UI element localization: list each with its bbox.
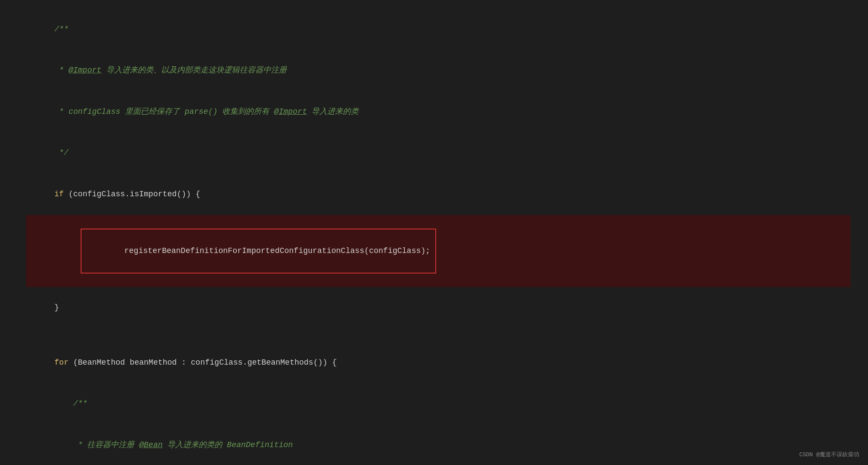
line-inner-comment-1: * 往容器中注册 @Bean 导入进来的类的 BeanDefinition [26, 424, 851, 465]
annotation-tag: @Import [274, 107, 307, 116]
watermark: CSDN @魔道不误砍柴功 [799, 451, 859, 460]
code-block: /** * @Import 导入进来的类、以及内部类走这块逻辑往容器中注册 * … [26, 9, 851, 465]
keyword-for: for [54, 358, 68, 367]
comment-text: * configClass 里面已经保存了 parse() 收集到的所有 [54, 107, 274, 116]
line-inner-comment-open: /** [26, 383, 851, 425]
line-comment-close-1: */ [26, 133, 851, 174]
line-if: if (configClass.isImported()) { [26, 174, 851, 215]
plain-text: } [54, 303, 59, 312]
line-comment-open-1: /** [26, 9, 851, 50]
line-close-if: } [26, 287, 851, 328]
plain-text: (BeanMethod beanMethod : configClass.get… [68, 358, 337, 367]
line-blank-1 [26, 328, 851, 342]
line-for: for (BeanMethod beanMethod : configClass… [26, 342, 851, 383]
annotation-tag: @Bean [139, 441, 163, 449]
comment-text: * 往容器中注册 [54, 441, 139, 449]
keyword-if: if [54, 190, 64, 198]
line-comment-2: * configClass 里面已经保存了 parse() 收集到的所有 @Im… [26, 91, 851, 133]
comment-text: BeanDefinition [227, 441, 293, 449]
line-register-boxed: registerBeanDefinitionForImportedConfigu… [26, 215, 851, 287]
comment-text: * [54, 66, 68, 75]
comment-text: 导入进来的类、以及内部类走这块逻辑往容器中注册 [102, 66, 287, 75]
comment-text: */ [54, 148, 68, 157]
comment-text: 导入进来的类 [307, 107, 359, 116]
annotation-tag: @Import [68, 66, 102, 75]
method-register: registerBeanDefinitionForImportedConfigu… [124, 246, 430, 255]
comment-text: /** [54, 25, 68, 34]
code-container: /** * @Import 导入进来的类、以及内部类走这块逻辑往容器中注册 * … [0, 0, 868, 465]
comment-text: 导入进来的类的 [163, 441, 227, 449]
line-comment-1: * @Import 导入进来的类、以及内部类走这块逻辑往容器中注册 [26, 50, 851, 92]
plain-text: (configClass.isImported()) { [64, 190, 200, 198]
comment-text: /** [54, 399, 88, 408]
